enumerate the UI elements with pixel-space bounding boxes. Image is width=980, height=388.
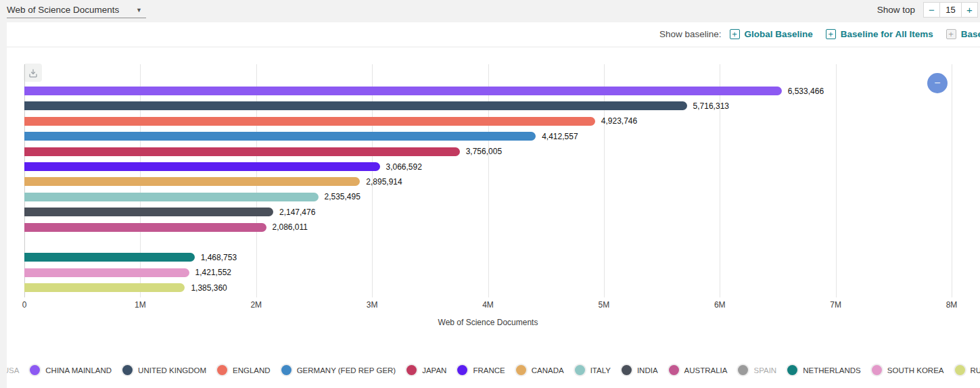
legend-label: NETHERLANDS: [803, 366, 861, 374]
legend-color-dot: [457, 365, 467, 375]
legend-item-netherlands[interactable]: NETHERLANDS: [787, 365, 861, 375]
legend-label: RUSSIA: [971, 366, 980, 374]
bar-italy[interactable]: [24, 193, 319, 201]
legend-color-dot: [406, 365, 417, 375]
bar-row-china-mainland: 6,533,466: [24, 83, 952, 98]
bar-england[interactable]: [24, 117, 595, 126]
legend-item-germany-fed-rep-ger[interactable]: GERMANY (FED REP GER): [281, 365, 396, 375]
show-top-increment-button[interactable]: +: [961, 2, 978, 18]
legend-item-india[interactable]: INDIA: [622, 365, 658, 375]
x-axis-title: Web of Science Documents: [24, 318, 952, 327]
x-tick-label: 5M: [599, 300, 610, 310]
legend-label: UNITED KINGDOM: [138, 366, 206, 374]
legend-item-spain[interactable]: SPAIN: [738, 365, 776, 375]
x-tick-label: 3M: [367, 300, 378, 310]
chevron-down-icon: ▼: [136, 7, 142, 14]
top-toolbar: Web of Science Documents ▼ Show top − +: [0, 0, 980, 22]
legend-label: SOUTH KOREA: [887, 366, 944, 374]
bar-united-kingdom[interactable]: [24, 101, 687, 110]
legend-color-dot: [622, 365, 632, 375]
bar-value-label: 2,147,476: [279, 208, 315, 217]
show-top-decrement-button[interactable]: −: [923, 2, 940, 18]
bar-row-australia: 2,086,011: [24, 220, 952, 235]
bar-value-label: 5,716,313: [693, 101, 729, 111]
legend-color-dot: [516, 365, 526, 375]
legend-color-dot: [738, 365, 748, 375]
legend-label: USA: [7, 366, 19, 374]
legend-color-dot: [669, 365, 679, 375]
bar-row-south-korea: 1,421,552: [24, 265, 952, 280]
bar-row-france: 3,066,592: [24, 159, 952, 174]
legend-color-dot: [281, 365, 291, 375]
legend-item-china-mainland[interactable]: CHINA MAINLAND: [30, 365, 112, 375]
bar-value-label: 2,535,495: [325, 192, 360, 201]
bar-japan[interactable]: [24, 147, 460, 156]
bar-value-label: 2,895,914: [366, 177, 402, 187]
bar-south-korea[interactable]: [24, 268, 189, 277]
chart-panel: Show baseline: + Global Baseline + Basel…: [7, 22, 980, 388]
show-top-control: Show top − +: [877, 2, 978, 18]
legend-item-united-kingdom[interactable]: UNITED KINGDOM: [122, 365, 206, 375]
legend-item-usa[interactable]: USA: [7, 365, 19, 375]
bar-row-india: 2,147,476: [24, 205, 952, 220]
legend-label: ENGLAND: [233, 366, 271, 374]
bar-france[interactable]: [24, 162, 380, 171]
x-tick-label: 1M: [135, 300, 146, 310]
bar-value-label: 1,468,753: [201, 253, 237, 262]
legend-item-south-korea[interactable]: SOUTH KOREA: [872, 365, 944, 375]
bar-row-germany-fed-rep-ger: 4,412,557: [24, 129, 952, 144]
bar-row-canada: 2,895,914: [24, 174, 952, 189]
baseline-pinned-items-link[interactable]: + Baseline for Pinned Items: [946, 29, 980, 39]
bar-value-label: 3,066,592: [386, 162, 422, 172]
bar-russia[interactable]: [24, 283, 185, 292]
bar-germany-fed-rep-ger[interactable]: [24, 132, 536, 141]
legend-color-dot: [955, 365, 965, 375]
x-tick-label: 8M: [946, 300, 958, 310]
x-tick-label: 4M: [482, 300, 494, 310]
bar-row-england: 4,923,746: [24, 114, 952, 128]
legend-color-dot: [217, 365, 227, 375]
legend-label: AUSTRALIA: [684, 366, 728, 374]
metric-dropdown[interactable]: Web of Science Documents ▼: [7, 2, 146, 18]
legend-item-italy[interactable]: ITALY: [575, 365, 611, 375]
bar-china-mainland[interactable]: [24, 87, 782, 95]
legend-item-australia[interactable]: AUSTRALIA: [669, 365, 728, 375]
zoom-out-button[interactable]: −: [927, 73, 948, 93]
baseline-all-items-link[interactable]: + Baseline for All Items: [826, 29, 933, 39]
x-tick-label: 0: [22, 300, 27, 310]
bar-row-united-kingdom: 5,716,313: [24, 99, 952, 114]
plus-square-icon: +: [826, 29, 836, 39]
gridline: [952, 64, 952, 297]
legend-item-canada[interactable]: CANADA: [516, 365, 564, 375]
legend-label: SPAIN: [753, 366, 776, 374]
global-baseline-link[interactable]: + Global Baseline: [730, 29, 813, 39]
x-tick-label: 2M: [250, 300, 262, 310]
bar-row-spain: [24, 235, 952, 249]
bar-chart: 6,533,4665,716,3134,923,7464,412,5573,75…: [7, 47, 980, 338]
legend-item-russia[interactable]: RUSSIA: [955, 365, 980, 375]
bar-value-label: 4,923,746: [601, 116, 637, 126]
bar-netherlands[interactable]: [24, 253, 195, 262]
show-top-input[interactable]: [940, 2, 961, 18]
chart-legend: USACHINA MAINLANDUNITED KINGDOMENGLANDGE…: [7, 365, 980, 375]
bar-value-label: 1,385,360: [191, 283, 227, 293]
x-axis-ticks: 01M2M3M4M5M6M7M8M: [24, 300, 952, 310]
legend-color-dot: [872, 365, 882, 375]
bar-value-label: 1,421,552: [195, 268, 231, 277]
plus-square-icon: +: [730, 29, 740, 39]
bar-row-italy: 2,535,495: [24, 189, 952, 204]
legend-label: GERMANY (FED REP GER): [297, 366, 396, 374]
legend-color-dot: [787, 365, 797, 375]
show-baseline-label: Show baseline:: [659, 29, 722, 39]
baseline-row: Show baseline: + Global Baseline + Basel…: [7, 22, 980, 47]
legend-item-japan[interactable]: JAPAN: [406, 365, 446, 375]
bar-row-netherlands: 1,468,753: [24, 250, 952, 265]
bar-row-russia: 1,385,360: [24, 280, 952, 295]
bar-canada[interactable]: [24, 177, 360, 186]
bar-india[interactable]: [24, 208, 273, 216]
legend-item-england[interactable]: ENGLAND: [217, 365, 271, 375]
bar-australia[interactable]: [24, 223, 266, 232]
bar-value-label: 2,086,011: [273, 222, 308, 232]
bar-row-japan: 3,756,005: [24, 144, 952, 159]
legend-item-france[interactable]: FRANCE: [457, 365, 505, 375]
